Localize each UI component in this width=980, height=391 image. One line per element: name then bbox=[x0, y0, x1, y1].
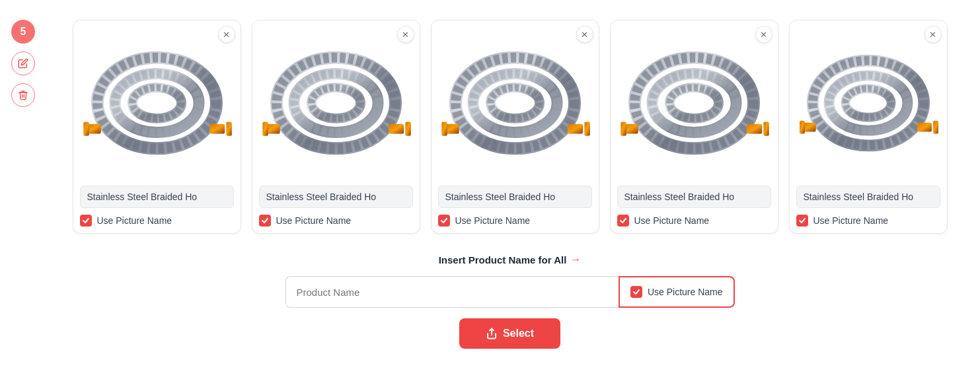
hose-image-1 bbox=[80, 27, 234, 179]
use-picture-check-icon bbox=[632, 288, 640, 296]
card-image-3 bbox=[438, 27, 592, 179]
count-badge: 5 bbox=[11, 20, 35, 44]
card-use-picture-checkbox-2[interactable] bbox=[259, 215, 271, 227]
card-close-1[interactable]: ✕ bbox=[218, 26, 235, 43]
main-content: ✕ bbox=[46, 13, 980, 362]
svg-rect-48 bbox=[917, 123, 932, 132]
svg-rect-28 bbox=[567, 124, 582, 134]
edit-icon bbox=[18, 58, 28, 69]
hose-image-5 bbox=[796, 27, 940, 179]
product-card-1: ✕ bbox=[73, 20, 241, 234]
svg-rect-19 bbox=[405, 122, 410, 136]
card-name-input-1[interactable] bbox=[80, 186, 234, 208]
insert-label: Insert Product Name for All → bbox=[439, 254, 582, 266]
product-card-4: ✕ bbox=[610, 20, 778, 234]
card-image-4 bbox=[617, 27, 771, 179]
check-icon-5 bbox=[798, 217, 806, 225]
card-checkbox-row-2: Use Picture Name bbox=[259, 215, 413, 227]
card-name-input-5[interactable] bbox=[796, 186, 940, 208]
product-card-2: ✕ bbox=[252, 20, 420, 234]
select-button-label: Select bbox=[503, 328, 534, 339]
card-checkbox-row-5: Use Picture Name bbox=[796, 215, 940, 227]
card-use-picture-label-1: Use Picture Name bbox=[97, 215, 172, 226]
hose-image-4 bbox=[617, 27, 771, 179]
cards-row: ✕ bbox=[53, 20, 967, 234]
card-use-picture-label-3: Use Picture Name bbox=[455, 215, 531, 226]
upload-icon bbox=[486, 328, 498, 339]
svg-rect-38 bbox=[746, 124, 761, 134]
card-use-picture-checkbox-3[interactable] bbox=[438, 215, 450, 227]
card-close-4[interactable]: ✕ bbox=[755, 26, 773, 43]
sidebar: 5 bbox=[0, 13, 46, 114]
card-use-picture-label-2: Use Picture Name bbox=[276, 215, 352, 226]
bottom-section: Insert Product Name for All → Use Pictur… bbox=[53, 254, 967, 349]
svg-rect-18 bbox=[388, 124, 403, 134]
svg-rect-39 bbox=[763, 122, 769, 136]
check-icon-2 bbox=[261, 217, 269, 225]
card-use-picture-checkbox-5[interactable] bbox=[796, 215, 808, 227]
svg-rect-8 bbox=[209, 124, 224, 134]
svg-rect-37 bbox=[621, 122, 626, 136]
edit-button[interactable] bbox=[11, 52, 35, 75]
bottom-input-row: Use Picture Name bbox=[285, 276, 735, 308]
card-use-picture-label-5: Use Picture Name bbox=[813, 215, 889, 226]
select-button[interactable]: Select bbox=[459, 318, 560, 349]
use-picture-name-checkbox[interactable] bbox=[630, 286, 642, 298]
product-name-input[interactable] bbox=[285, 276, 619, 308]
insert-arrow-icon: → bbox=[570, 254, 581, 266]
hose-image-3 bbox=[438, 27, 592, 179]
svg-rect-7 bbox=[83, 122, 89, 136]
card-close-5[interactable]: ✕ bbox=[924, 26, 942, 43]
card-name-input-4[interactable] bbox=[617, 186, 771, 208]
card-name-input-2[interactable] bbox=[259, 186, 413, 208]
product-card-5: ✕ bbox=[789, 20, 948, 234]
check-icon-3 bbox=[440, 217, 448, 225]
hose-image-2 bbox=[259, 27, 413, 179]
card-name-input-3[interactable] bbox=[438, 186, 592, 208]
card-image-2 bbox=[259, 27, 413, 179]
card-use-picture-checkbox-4[interactable] bbox=[617, 215, 629, 227]
svg-rect-49 bbox=[933, 121, 938, 134]
check-icon-1 bbox=[82, 217, 90, 225]
product-card-3: ✕ bbox=[431, 20, 599, 234]
card-close-2[interactable]: ✕ bbox=[397, 26, 414, 43]
svg-rect-17 bbox=[262, 122, 268, 136]
trash-icon bbox=[18, 90, 28, 100]
card-use-picture-checkbox-1[interactable] bbox=[80, 215, 92, 227]
card-use-picture-label-4: Use Picture Name bbox=[634, 215, 710, 226]
card-image-5 bbox=[796, 27, 940, 179]
use-picture-name-label: Use Picture Name bbox=[648, 287, 723, 297]
check-icon-4 bbox=[619, 217, 627, 225]
svg-rect-47 bbox=[799, 121, 804, 134]
svg-rect-27 bbox=[441, 122, 447, 136]
insert-label-text: Insert Product Name for All bbox=[439, 254, 567, 266]
card-checkbox-row-3: Use Picture Name bbox=[438, 215, 592, 227]
card-checkbox-row-4: Use Picture Name bbox=[617, 215, 771, 227]
card-image-1 bbox=[80, 27, 234, 179]
delete-button[interactable] bbox=[11, 83, 35, 107]
use-picture-name-box[interactable]: Use Picture Name bbox=[619, 276, 735, 308]
card-checkbox-row-1: Use Picture Name bbox=[80, 215, 234, 227]
svg-rect-9 bbox=[226, 122, 231, 136]
card-close-3[interactable]: ✕ bbox=[576, 26, 593, 43]
svg-rect-29 bbox=[584, 122, 589, 136]
